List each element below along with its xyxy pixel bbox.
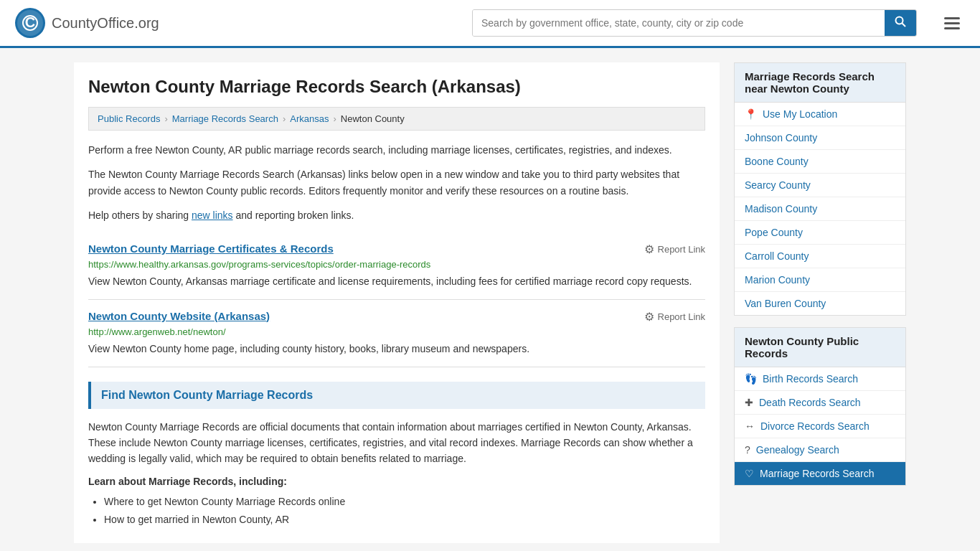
nearby-section: Marriage Records Search near Newton Coun… xyxy=(734,62,906,316)
new-links-link[interactable]: new links xyxy=(192,209,233,221)
county-link[interactable]: Searcy County xyxy=(745,179,811,191)
find-section-header: Find Newton County Marriage Records xyxy=(88,382,705,409)
county-item[interactable]: Madison County xyxy=(735,197,905,221)
main-content: Newton County Marriage Records Search (A… xyxy=(74,62,720,543)
marriage-records-item[interactable]: ♡ Marriage Records Search xyxy=(735,462,905,485)
site-header: C CountyOffice.org xyxy=(0,0,980,48)
divorce-records-link[interactable]: Divorce Records Search xyxy=(760,420,870,432)
breadcrumb-link-arkansas[interactable]: Arkansas xyxy=(290,113,329,124)
record-desc: View Newton County home page, including … xyxy=(88,342,705,357)
divorce-records-item[interactable]: ↔ Divorce Records Search xyxy=(735,415,905,438)
bullet-list: Where to get Newton County Marriage Reco… xyxy=(88,493,705,529)
breadcrumb-link-public-records[interactable]: Public Records xyxy=(98,113,160,124)
public-records-section-header: Newton County Public Records xyxy=(735,328,905,367)
marriage-icon: ♡ xyxy=(745,468,754,479)
main-container: Newton County Marriage Records Search (A… xyxy=(60,48,920,551)
search-button[interactable] xyxy=(885,10,916,36)
logo-text: CountyOffice.org xyxy=(52,15,159,32)
birth-icon: 👣 xyxy=(745,373,757,385)
county-item[interactable]: Pope County xyxy=(735,221,905,245)
search-bar xyxy=(472,9,917,37)
county-link[interactable]: Van Buren County xyxy=(745,298,826,309)
record-item-header: Newton County Website (Arkansas) ⚙ Repor… xyxy=(88,310,705,324)
marriage-records-link[interactable]: Marriage Records Search xyxy=(760,468,875,479)
county-link[interactable]: Marion County xyxy=(745,274,810,286)
description-2: The Newton County Marriage Records Searc… xyxy=(88,166,705,199)
sidebar: Marriage Records Search near Newton Coun… xyxy=(734,62,906,543)
record-item: Newton County Marriage Certificates & Re… xyxy=(88,232,705,300)
record-item: Newton County Website (Arkansas) ⚙ Repor… xyxy=(88,300,705,367)
county-item[interactable]: Johnson County xyxy=(735,126,905,150)
county-link[interactable]: Madison County xyxy=(745,203,817,215)
record-title-link[interactable]: Newton County Website (Arkansas) xyxy=(88,310,270,322)
death-records-link[interactable]: Death Records Search xyxy=(759,397,861,408)
svg-point-4 xyxy=(896,17,903,24)
genealogy-icon: ? xyxy=(745,444,750,456)
page-title: Newton County Marriage Records Search (A… xyxy=(88,77,705,97)
birth-records-link[interactable]: Birth Records Search xyxy=(763,373,858,385)
hamburger-line xyxy=(944,27,960,29)
breadcrumb-link-marriage-records[interactable]: Marriage Records Search xyxy=(172,113,278,124)
genealogy-link[interactable]: Genealogy Search xyxy=(756,444,839,456)
breadcrumb-current: Newton County xyxy=(341,113,405,124)
record-desc: View Newton County, Arkansas marriage ce… xyxy=(88,274,705,289)
report-icon: ⚙ xyxy=(644,310,654,324)
learn-title: Learn about Marriage Records, including: xyxy=(88,476,705,487)
find-section-text: Newton County Marriage Records are offic… xyxy=(88,419,705,467)
breadcrumb-sep: › xyxy=(283,113,286,124)
svg-line-5 xyxy=(903,24,906,27)
breadcrumb: Public Records › Marriage Records Search… xyxy=(88,107,705,131)
record-url: http://www.argenweb.net/newton/ xyxy=(88,326,705,337)
report-icon: ⚙ xyxy=(644,242,654,256)
death-icon: ✚ xyxy=(745,397,753,408)
search-icon xyxy=(895,16,906,27)
report-link[interactable]: ⚙ Report Link xyxy=(644,242,705,256)
description-3: Help others by sharing new links and rep… xyxy=(88,207,705,223)
use-my-location-link[interactable]: Use My Location xyxy=(763,108,837,120)
hamburger-line xyxy=(944,22,960,24)
logo-icon: C xyxy=(14,7,46,39)
genealogy-item[interactable]: ? Genealogy Search xyxy=(735,438,905,462)
county-link[interactable]: Carroll County xyxy=(745,250,809,262)
county-link[interactable]: Boone County xyxy=(745,156,809,167)
hamburger-line xyxy=(944,17,960,19)
county-item[interactable]: Boone County xyxy=(735,150,905,174)
breadcrumb-sep: › xyxy=(164,113,167,124)
record-item-header: Newton County Marriage Certificates & Re… xyxy=(88,242,705,256)
report-link[interactable]: ⚙ Report Link xyxy=(644,310,705,324)
record-url: https://www.healthy.arkansas.gov/program… xyxy=(88,259,705,270)
nearby-section-header: Marriage Records Search near Newton Coun… xyxy=(735,63,905,103)
breadcrumb-sep: › xyxy=(333,113,336,124)
county-item[interactable]: Carroll County xyxy=(735,245,905,268)
county-link[interactable]: Pope County xyxy=(745,227,803,238)
public-records-section: Newton County Public Records 👣 Birth Rec… xyxy=(734,327,906,486)
bullet-item: How to get married in Newton County, AR xyxy=(104,511,705,529)
county-item[interactable]: Marion County xyxy=(735,268,905,292)
description-1: Perform a free Newton County, AR public … xyxy=(88,142,705,158)
bullet-item: Where to get Newton County Marriage Reco… xyxy=(104,493,705,511)
birth-records-item[interactable]: 👣 Birth Records Search xyxy=(735,367,905,391)
divorce-icon: ↔ xyxy=(745,420,755,432)
county-item[interactable]: Searcy County xyxy=(735,174,905,197)
search-input[interactable] xyxy=(473,10,885,36)
use-my-location-item[interactable]: 📍 Use My Location xyxy=(735,103,905,126)
find-section-title: Find Newton County Marriage Records xyxy=(101,389,695,402)
county-item[interactable]: Van Buren County xyxy=(735,292,905,315)
death-records-item[interactable]: ✚ Death Records Search xyxy=(735,391,905,415)
record-title-link[interactable]: Newton County Marriage Certificates & Re… xyxy=(88,242,334,255)
hamburger-button[interactable] xyxy=(938,13,966,34)
county-link[interactable]: Johnson County xyxy=(745,132,817,143)
logo-link[interactable]: C CountyOffice.org xyxy=(14,7,159,39)
location-icon: 📍 xyxy=(745,108,757,120)
